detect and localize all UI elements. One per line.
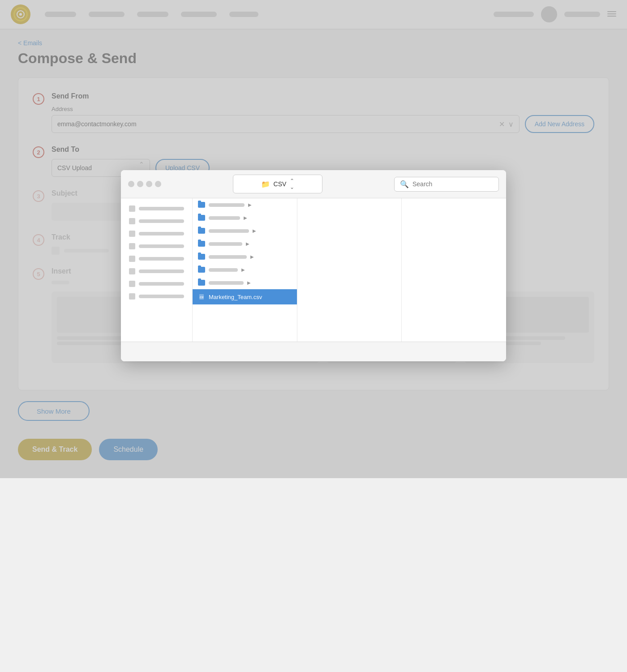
folder-chevron-5: ▶ — [250, 254, 254, 259]
modal-folders-col: ▶ ▶ ▶ ▶ — [193, 198, 297, 342]
folder-row-1[interactable]: ▶ — [193, 198, 297, 211]
modal-sidebar — [121, 198, 193, 342]
search-icon: 🔍 — [400, 180, 409, 188]
folder-name-4 — [209, 242, 242, 246]
folder-chevron-3: ▶ — [253, 228, 256, 233]
folder-row-3[interactable]: ▶ — [193, 224, 297, 237]
modal-body: ▶ ▶ ▶ ▶ — [121, 198, 506, 342]
modal-footer — [121, 342, 506, 361]
search-input[interactable] — [412, 180, 493, 188]
sidebar-item-2[interactable] — [126, 216, 187, 226]
file-browser-modal: 📁 CSV ⌃⌄ 🔍 — [121, 170, 506, 361]
traffic-light-close[interactable] — [128, 181, 134, 187]
folder-row-4[interactable]: ▶ — [193, 237, 297, 250]
sidebar-item-7[interactable] — [126, 279, 187, 289]
modal-col-2 — [297, 198, 402, 342]
folder-row-7[interactable]: ▶ — [193, 276, 297, 289]
traffic-light-minimize[interactable] — [137, 181, 143, 187]
folder-icon-7 — [198, 280, 205, 286]
folder-icon-1 — [198, 202, 205, 208]
folder-dropdown[interactable]: 📁 CSV ⌃⌄ — [233, 175, 322, 193]
traffic-lights — [128, 181, 161, 187]
folder-row-5[interactable]: ▶ — [193, 250, 297, 263]
folder-name-7 — [209, 281, 244, 285]
folder-name-2 — [209, 216, 240, 220]
folder-row-2[interactable]: ▶ — [193, 211, 297, 224]
sidebar-item-8[interactable] — [126, 291, 187, 301]
folder-name-1 — [209, 203, 245, 207]
folder-chevron-1: ▶ — [248, 202, 252, 207]
modal-col-3 — [402, 198, 506, 342]
folder-selector: 📁 CSV ⌃⌄ — [165, 175, 391, 193]
folder-icon-6 — [198, 267, 205, 273]
sidebar-item-5[interactable] — [126, 254, 187, 264]
folder-chevron-2: ▶ — [244, 215, 247, 220]
csv-file-icon: CSV — [198, 293, 205, 301]
traffic-light-maximize[interactable] — [146, 181, 152, 187]
sidebar-item-4[interactable] — [126, 241, 187, 251]
folder-icon-2 — [198, 215, 205, 221]
sidebar-item-6[interactable] — [126, 266, 187, 276]
selected-file-name: Marketing_Team.csv — [209, 294, 292, 300]
modal-toolbar: 📁 CSV ⌃⌄ 🔍 — [121, 170, 506, 198]
selected-file-row[interactable]: CSV Marketing_Team.csv — [193, 289, 297, 304]
folder-chevron-7: ▶ — [247, 280, 251, 285]
sidebar-item-1[interactable] — [126, 204, 187, 214]
folder-dropdown-chevron: ⌃⌄ — [290, 178, 294, 190]
sidebar-item-3[interactable] — [126, 229, 187, 239]
modal-search[interactable]: 🔍 — [394, 177, 499, 192]
folder-name-6 — [209, 268, 238, 272]
folder-name-5 — [209, 255, 247, 259]
folder-chevron-6: ▶ — [241, 267, 245, 272]
folder-icon-4 — [198, 241, 205, 247]
folder-name-3 — [209, 229, 249, 233]
folder-dropdown-name: CSV — [274, 180, 287, 188]
folder-dropdown-icon: 📁 — [261, 180, 270, 188]
folder-icon-3 — [198, 228, 205, 234]
svg-text:CSV: CSV — [200, 296, 204, 299]
folder-row-6[interactable]: ▶ — [193, 263, 297, 276]
folder-icon-5 — [198, 254, 205, 260]
folder-chevron-4: ▶ — [246, 241, 249, 246]
traffic-light-extra[interactable] — [155, 181, 161, 187]
